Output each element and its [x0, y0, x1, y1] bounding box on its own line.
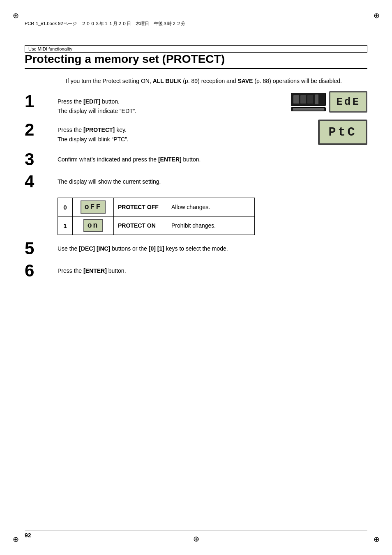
protect-table: 0 oFF PROTECT OFF Allow changes. 1 on PR…	[58, 198, 255, 235]
step-1-lcd: EdE	[329, 91, 367, 113]
protect-on-display: on	[73, 216, 114, 235]
step-6-number: 6	[25, 262, 58, 279]
step-1: 1 Press the [EDIT] button. The display w…	[25, 95, 367, 115]
step-2-content: Press the [PROTECT] key. The display wil…	[58, 124, 310, 144]
step-6-content: Press the [ENTER] button.	[58, 265, 367, 275]
intro-paragraph: If you turn the Protect setting ON, ALL …	[66, 76, 367, 85]
corner-mark-tr: ⊕	[372, 12, 380, 20]
all-bulk-text: ALL BULK	[153, 78, 182, 84]
step-3: 3 Confirm what’s indicated and press the…	[25, 153, 367, 168]
step-5: 5 Use the [DEC] [INC] buttons or the [0]…	[25, 242, 367, 257]
bottom-center-crosshair: ⊕	[193, 534, 199, 543]
step-1-image: EdE	[291, 91, 367, 113]
intro-text-mid: (p. 89) reception and	[181, 78, 238, 84]
step-3-content: Confirm what’s indicated and press the […	[58, 153, 367, 164]
step-2-line1: Press the [PROTECT] key.	[58, 125, 310, 134]
intro-text-before: If you turn the Protect setting ON,	[66, 78, 153, 84]
step-6: 6 Press the [ENTER] button.	[25, 265, 367, 279]
step-3-number: 3	[25, 151, 58, 168]
step-1-line2: The display will indicate “EDT”.	[58, 106, 283, 115]
step-1-line1: Press the [EDIT] button.	[58, 97, 283, 106]
intro-text-after: (p. 88) operations will be disabled.	[253, 78, 341, 84]
step-2-left: 2 Press the [PROTECT] key. The display w…	[25, 124, 310, 144]
step-4: 4 The display will show the current sett…	[25, 175, 367, 190]
bottom-line	[25, 530, 367, 530]
step-1-content: Press the [EDIT] button. The display wil…	[58, 95, 283, 115]
table-row: 0 oFF PROTECT OFF Allow changes.	[58, 198, 255, 216]
header-text: PCR-1_e1.book 92ページ ２００３年１１月２０日 木曜日 午後３時…	[25, 21, 185, 27]
step-4-number: 4	[25, 173, 58, 190]
protect-on-value: 1	[58, 216, 73, 235]
table-row: 1 on PROTECT ON Prohibit changes.	[58, 216, 255, 235]
step-2-lcd: PtC	[318, 120, 367, 145]
protect-off-value: 0	[58, 198, 73, 216]
corner-mark-br: ⊕	[372, 535, 380, 543]
save-text: SAVE	[238, 78, 253, 84]
protect-off-desc: Allow changes.	[167, 198, 255, 216]
protect-on-label: PROTECT ON	[114, 216, 167, 235]
step-1-number: 1	[25, 93, 58, 110]
step-4-content: The display will show the current settin…	[58, 175, 367, 186]
step-2-number: 2	[25, 121, 58, 138]
page: ⊕ ⊕ ⊕ ⊕ PCR-1_e1.book 92ページ ２００３年１１月２０日 …	[0, 0, 392, 555]
breadcrumb: Use MIDI functionality	[25, 45, 367, 53]
step-2-image: PtC	[318, 120, 367, 145]
corner-mark-tl: ⊕	[12, 12, 20, 20]
corner-mark-bl: ⊕	[12, 535, 20, 543]
step-4-line1: The display will show the current settin…	[58, 177, 367, 186]
step-5-number: 5	[25, 240, 58, 257]
protect-on-desc: Prohibit changes.	[167, 216, 255, 235]
content: Use MIDI functionality Protecting a memo…	[25, 45, 367, 522]
page-title: Protecting a memory set (PROTECT)	[25, 53, 367, 69]
protect-off-display: oFF	[73, 198, 114, 216]
step-1-left: 1 Press the [EDIT] button. The display w…	[25, 95, 283, 115]
step-2-line2: The display will blink “PTC”.	[58, 135, 310, 144]
protect-off-label: PROTECT OFF	[114, 198, 167, 216]
step-5-content: Use the [DEC] [INC] buttons or the [0] […	[58, 242, 367, 253]
step-2: 2 Press the [PROTECT] key. The display w…	[25, 124, 367, 145]
page-number: 92	[25, 532, 31, 539]
header-bar: PCR-1_e1.book 92ページ ２００３年１１月２０日 木曜日 午後３時…	[25, 21, 367, 27]
